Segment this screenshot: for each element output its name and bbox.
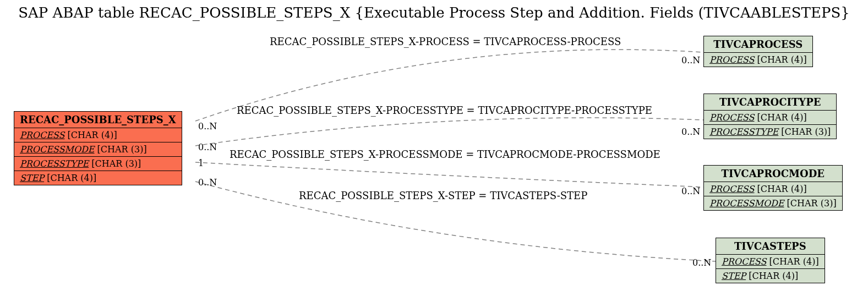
entity-tivcaprocess: TIVCAPROCESS PROCESS [CHAR (4)] bbox=[703, 36, 813, 67]
entity-tivcaprocmode: TIVCAPROCMODE PROCESS [CHAR (4)] PROCESS… bbox=[703, 165, 843, 211]
relation-label: RECAC_POSSIBLE_STEPS_X-PROCESSTYPE = TIV… bbox=[237, 105, 652, 116]
entity-field: STEP [CHAR (4)] bbox=[716, 269, 825, 283]
cardinality-right: 0..N bbox=[692, 257, 711, 268]
cardinality-left: 0..N bbox=[198, 142, 217, 152]
cardinality-left: 0..N bbox=[198, 121, 217, 131]
entity-header: TIVCAPROCMODE bbox=[704, 166, 842, 182]
entity-tivcasteps: TIVCASTEPS PROCESS [CHAR (4)] STEP [CHAR… bbox=[716, 238, 825, 283]
entity-main: RECAC_POSSIBLE_STEPS_X PROCESS [CHAR (4)… bbox=[14, 111, 182, 185]
entity-field: PROCESSTYPE [CHAR (3)] bbox=[14, 157, 182, 171]
cardinality-left: 1 bbox=[198, 158, 204, 168]
entity-field: PROCESS [CHAR (4)] bbox=[704, 111, 836, 125]
entity-field: STEP [CHAR (4)] bbox=[14, 171, 182, 185]
cardinality-right: 0..N bbox=[681, 127, 700, 137]
entity-field: PROCESSTYPE [CHAR (3)] bbox=[704, 125, 836, 139]
entity-field: PROCESS [CHAR (4)] bbox=[716, 255, 825, 269]
relation-label: RECAC_POSSIBLE_STEPS_X-STEP = TIVCASTEPS… bbox=[299, 190, 587, 201]
cardinality-right: 0..N bbox=[681, 55, 700, 65]
cardinality-left: 0..N bbox=[198, 177, 217, 188]
entity-field: PROCESSMODE [CHAR (3)] bbox=[704, 196, 842, 210]
relation-label: RECAC_POSSIBLE_STEPS_X-PROCESSMODE = TIV… bbox=[230, 149, 660, 160]
entity-field: PROCESS [CHAR (4)] bbox=[704, 182, 842, 196]
entity-field: PROCESS [CHAR (4)] bbox=[704, 53, 812, 67]
relation-label: RECAC_POSSIBLE_STEPS_X-PROCESS = TIVCAPR… bbox=[270, 36, 621, 47]
entity-header: TIVCAPROCITYPE bbox=[704, 94, 836, 111]
cardinality-right: 0..N bbox=[681, 186, 700, 196]
entity-tivcaprocitype: TIVCAPROCITYPE PROCESS [CHAR (4)] PROCES… bbox=[703, 94, 837, 139]
page-title: SAP ABAP table RECAC_POSSIBLE_STEPS_X {E… bbox=[0, 4, 868, 21]
entity-header: TIVCASTEPS bbox=[716, 238, 825, 255]
entity-field: PROCESS [CHAR (4)] bbox=[14, 128, 182, 142]
entity-main-header: RECAC_POSSIBLE_STEPS_X bbox=[14, 112, 182, 128]
entity-header: TIVCAPROCESS bbox=[704, 36, 812, 53]
entity-field: PROCESSMODE [CHAR (3)] bbox=[14, 142, 182, 157]
